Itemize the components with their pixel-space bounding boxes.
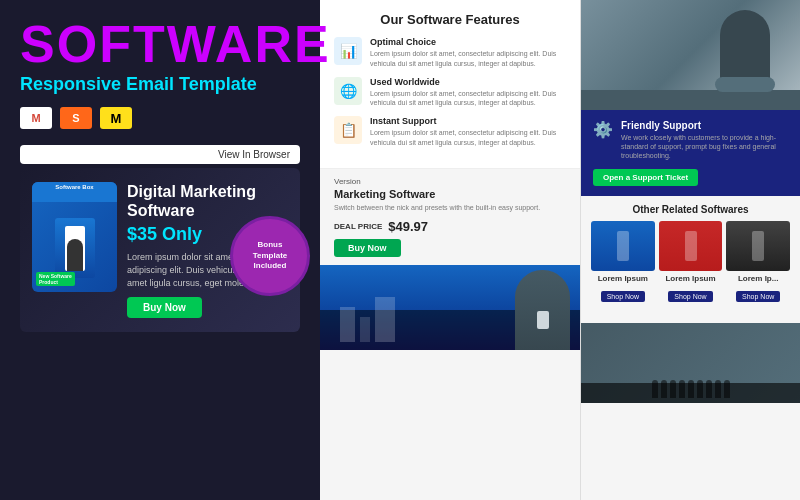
deal-version-label: Version <box>334 177 566 186</box>
bonus-badge: Bonus Template Included <box>230 216 310 296</box>
station-person <box>670 380 676 398</box>
deal-section: Version Marketing Software Switch betwee… <box>320 168 580 265</box>
related-product-3: Lorem Ip... Shop Now <box>726 221 790 303</box>
related-title: Other Related Softwares <box>591 204 790 215</box>
station-photo <box>581 323 800 403</box>
feature-title-3: Instant Support <box>370 116 566 126</box>
product-name: Digital Marketing Software <box>127 182 288 220</box>
main-title: SOFTWARE <box>20 18 300 70</box>
feature-title-2: Used Worldwide <box>370 77 566 87</box>
deal-price-row: DEAL PRICE $49.97 <box>334 219 566 234</box>
feature-desc-2: Lorem ipsum dolor sit amet, consectetur … <box>370 89 566 109</box>
product-box-image: Software Box New SoftwareProduct <box>32 182 117 292</box>
related-product-1: Lorem Ipsum Shop Now <box>591 221 655 303</box>
view-in-browser-label: View In Browser <box>218 149 290 160</box>
view-in-browser-bar[interactable]: View In Browser <box>20 145 300 164</box>
station-person <box>697 380 703 398</box>
station-person <box>652 380 658 398</box>
left-panel: SOFTWARE Responsive Email Template M S M… <box>0 0 320 500</box>
feature-text-1: Optimal Choice Lorem ipsum dolor sit ame… <box>370 37 566 69</box>
product-box-badge: Software Box <box>32 184 117 190</box>
chart-icon: 📊 <box>334 37 362 65</box>
features-title: Our Software Features <box>334 12 566 27</box>
station-person <box>715 380 721 398</box>
features-section: Our Software Features 📊 Optimal Choice L… <box>320 0 580 168</box>
deal-buy-button[interactable]: Buy Now <box>334 239 401 257</box>
related-label-2: Lorem Ipsum <box>659 274 723 283</box>
feature-item-3: 📋 Instant Support Lorem ipsum dolor sit … <box>334 116 566 148</box>
related-product-2: Lorem Ipsum Shop Now <box>659 221 723 303</box>
related-shop-btn-1[interactable]: Shop Now <box>601 291 645 302</box>
support-title: Friendly Support <box>621 120 788 131</box>
feature-desc-1: Lorem ipsum dolor sit amet, consectetur … <box>370 49 566 69</box>
deal-price-value: $49.97 <box>388 219 428 234</box>
mailchimp-icon: M <box>100 107 132 129</box>
feature-title-1: Optimal Choice <box>370 37 566 47</box>
middle-panel: Our Software Features 📊 Optimal Choice L… <box>320 0 580 500</box>
friendly-support-box: ⚙️ Friendly Support We work closely with… <box>581 110 800 196</box>
right-panel: ⚙️ Friendly Support We work closely with… <box>580 0 800 500</box>
deal-price-label: DEAL PRICE <box>334 222 382 231</box>
station-person <box>679 380 685 398</box>
station-person <box>706 380 712 398</box>
support-icon: ⚙️ <box>593 120 613 139</box>
station-people <box>581 380 800 398</box>
station-person <box>688 380 694 398</box>
related-label-3: Lorem Ip... <box>726 274 790 283</box>
deal-title: Marketing Software <box>334 188 566 200</box>
feature-item-1: 📊 Optimal Choice Lorem ipsum dolor sit a… <box>334 37 566 69</box>
support-content: Friendly Support We work closely with cu… <box>621 120 788 160</box>
related-shop-btn-2[interactable]: Shop Now <box>668 291 712 302</box>
feature-text-2: Used Worldwide Lorem ipsum dolor sit ame… <box>370 77 566 109</box>
station-person <box>724 380 730 398</box>
related-box-red <box>659 221 723 271</box>
support-description: We work closely with customers to provid… <box>621 133 788 160</box>
related-shop-btn-3[interactable]: Shop Now <box>736 291 780 302</box>
new-software-tag: New SoftwareProduct <box>36 272 75 286</box>
feature-text-3: Instant Support Lorem ipsum dolor sit am… <box>370 116 566 148</box>
related-box-blue <box>591 221 655 271</box>
subtitle: Responsive Email Template <box>20 74 300 95</box>
station-person <box>661 380 667 398</box>
bonus-line2: Template <box>253 251 288 261</box>
deal-description: Switch between the nick and presets with… <box>334 203 566 213</box>
open-support-ticket-button[interactable]: Open a Support Ticket <box>593 169 698 186</box>
email-clients-row: M S M <box>20 107 300 129</box>
globe-icon: 🌐 <box>334 77 362 105</box>
related-products-row: Lorem Ipsum Shop Now Lorem Ipsum Shop No… <box>591 221 790 303</box>
related-box-dark <box>726 221 790 271</box>
substack-icon: S <box>60 107 92 129</box>
product-showcase: Software Box New SoftwareProduct Digital… <box>20 168 300 332</box>
person-photo <box>581 0 800 110</box>
gmail-icon: M <box>20 107 52 129</box>
bonus-line3: Included <box>254 261 287 271</box>
feature-item-2: 🌐 Used Worldwide Lorem ipsum dolor sit a… <box>334 77 566 109</box>
clipboard-icon: 📋 <box>334 116 362 144</box>
related-section: Other Related Softwares Lorem Ipsum Shop… <box>581 196 800 319</box>
support-header: ⚙️ Friendly Support We work closely with… <box>593 120 788 160</box>
bonus-line1: Bonus <box>258 240 283 250</box>
feature-desc-3: Lorem ipsum dolor sit amet, consectetur … <box>370 128 566 148</box>
city-image <box>320 265 580 350</box>
buy-now-button[interactable]: Buy Now <box>127 297 202 318</box>
related-label-1: Lorem Ipsum <box>591 274 655 283</box>
